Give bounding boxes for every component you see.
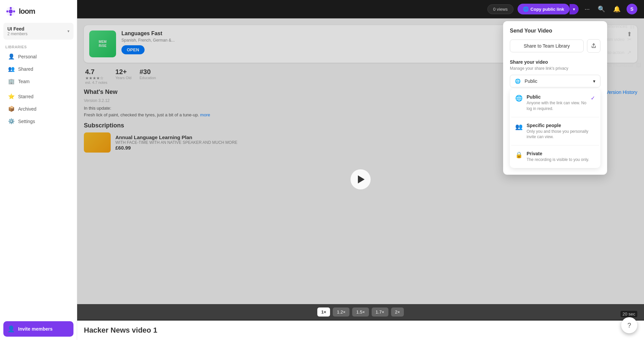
privacy-option-specific[interactable]: 👥 Specific people Only you and those you… xyxy=(511,119,599,144)
workspace-name: UI Feed xyxy=(7,26,28,32)
svg-point-5 xyxy=(13,10,15,12)
copy-link-label: Copy public link xyxy=(531,7,564,12)
public-globe-icon: 🌐 xyxy=(515,78,521,84)
speed-1x-button[interactable]: 1× xyxy=(317,307,330,317)
invite-members-button[interactable]: 👤 Invite members xyxy=(3,321,73,337)
share-your-video-label: Share your video xyxy=(510,59,600,65)
speed-2x-button[interactable]: 2× xyxy=(391,307,404,317)
sidebar-item-label: Shared xyxy=(18,66,33,72)
team-icon: 🏢 xyxy=(8,78,15,84)
sidebar-item-personal[interactable]: 👤 Personal xyxy=(3,51,74,62)
version-history-link[interactable]: Version History xyxy=(606,90,637,95)
privacy-option-private[interactable]: 🔒 Private The recording is visible to yo… xyxy=(511,147,599,167)
rating-value: 4.7 xyxy=(85,68,107,76)
trim-video-label: Trim video xyxy=(604,37,625,42)
copy-link-dropdown-button[interactable]: ▾ xyxy=(570,4,579,14)
invite-icon: 👤 xyxy=(7,325,15,333)
sidebar-item-archived[interactable]: 📦 Archived xyxy=(3,103,74,115)
thumbnail-icon: 🖼 xyxy=(636,62,641,68)
app-open-button[interactable]: OPEN xyxy=(121,45,145,54)
cta-label: ll-to-action xyxy=(604,50,625,55)
invite-label: Invite members xyxy=(18,326,53,332)
speed-1-7x-button[interactable]: 1.7× xyxy=(372,307,388,317)
specific-option-title: Specific people xyxy=(527,123,595,128)
share-external-icon xyxy=(591,43,596,49)
share-to-team-library-button[interactable]: Share to Team Library xyxy=(510,40,584,52)
send-panel-title: Send Your Video xyxy=(510,28,600,34)
video-title: Hacker News video 1 xyxy=(84,326,637,335)
user-avatar[interactable]: S xyxy=(627,4,637,14)
main-content: 0 views 🌐 Copy public link ▾ ··· 🔍 🔔 S M… xyxy=(77,0,644,340)
speed-controls: 1× 1.2× 1.5× 1.7× 2× xyxy=(77,304,644,320)
privacy-selected-label: Public xyxy=(525,78,537,84)
scissors-icon: ✂ xyxy=(627,36,632,43)
more-link[interactable]: more xyxy=(200,112,210,117)
logo-text: loom xyxy=(19,7,35,16)
send-video-panel: Send Your Video Share to Team Library Sh… xyxy=(503,21,607,175)
workspace-switcher[interactable]: UI Feed 2 members ▾ xyxy=(3,23,73,40)
sidebar-item-label: Personal xyxy=(18,54,37,59)
content-area: MEMRiSE Languages Fast Spanish, French, … xyxy=(77,18,644,340)
privacy-option-public[interactable]: 🌐 Public Anyone with the link can view. … xyxy=(511,90,599,116)
speed-1-5x-button[interactable]: 1.5× xyxy=(352,307,369,317)
sidebar-item-team[interactable]: 🏢 Team xyxy=(3,75,74,87)
preferences-action[interactable]: preferences ⚏ xyxy=(602,21,644,32)
video-player: MEMRiSE Languages Fast Spanish, French, … xyxy=(77,18,644,340)
svg-point-3 xyxy=(10,14,12,16)
share-link-icon-button[interactable] xyxy=(587,39,600,53)
specific-option-desc: Only you and those you personally invite… xyxy=(527,129,595,140)
more-options-button[interactable]: ··· xyxy=(583,4,592,15)
cta-icon: ↗ xyxy=(627,49,631,56)
private-option-title: Private xyxy=(527,151,595,156)
privacy-dropdown: 🌐 Public Anyone with the link can view. … xyxy=(510,89,600,168)
play-icon xyxy=(358,175,365,183)
divider xyxy=(511,117,599,117)
logo: loom xyxy=(0,0,77,23)
sidebar-item-shared[interactable]: 👥 Shared xyxy=(3,63,74,75)
public-option-title: Public xyxy=(527,94,587,100)
sidebar-item-starred[interactable]: ⭐ Starred xyxy=(3,91,74,102)
personal-icon: 👤 xyxy=(8,53,15,60)
whats-new-title: What's New xyxy=(84,89,117,96)
help-button[interactable]: ? xyxy=(621,317,637,333)
public-option-desc: Anyone with the link can view. No log in… xyxy=(527,100,587,112)
notifications-button[interactable]: 🔔 xyxy=(611,3,623,15)
preferences-label: preferences xyxy=(604,24,628,29)
libraries-label: Libraries xyxy=(0,42,77,50)
public-check-icon: ✓ xyxy=(591,95,595,101)
people-icon: 👥 xyxy=(515,123,523,130)
age-value: 12+ xyxy=(115,68,131,76)
private-option-desc: The recording is visible to you only. xyxy=(527,157,595,163)
subscription-thumbnail xyxy=(84,132,111,153)
app-thumbnail: MEMRiSE xyxy=(89,31,116,57)
trim-video-action[interactable]: Trim video ✂ xyxy=(602,34,644,45)
edit-thumbnail-label: Edit Thumbnail xyxy=(604,63,633,68)
cta-action[interactable]: ll-to-action ↗ xyxy=(602,47,644,58)
edit-thumbnail-action[interactable]: Edit Thumbnail 🖼 xyxy=(602,60,644,70)
action-sidebar: preferences ⚏ Trim video ✂ ll-to-action … xyxy=(602,21,644,70)
star-icon: ⭐ xyxy=(8,93,15,100)
play-button[interactable] xyxy=(351,169,371,189)
share-team-row: Share to Team Library xyxy=(510,39,600,53)
loom-logo-icon xyxy=(5,6,16,17)
sidebar-item-label: Starred xyxy=(18,94,34,99)
search-button[interactable]: 🔍 xyxy=(596,3,607,15)
sidebar: loom UI Feed 2 members ▾ Libraries 👤 Per… xyxy=(0,0,77,340)
preferences-icon: ⚏ xyxy=(630,23,635,30)
views-badge: 0 views xyxy=(487,4,513,14)
workspace-members: 2 members xyxy=(7,32,28,36)
topbar: 0 views 🌐 Copy public link ▾ ··· 🔍 🔔 S xyxy=(77,0,644,18)
manage-link-label: Manage your share link's privacy xyxy=(510,66,600,71)
copy-public-link-button[interactable]: 🌐 Copy public link xyxy=(518,4,570,14)
divider2 xyxy=(511,145,599,146)
svg-point-2 xyxy=(10,7,12,9)
svg-point-4 xyxy=(6,10,8,12)
privacy-select-button[interactable]: 🌐 Public ▾ xyxy=(510,75,600,88)
archive-icon: 📦 xyxy=(8,106,15,112)
shared-icon: 👥 xyxy=(8,66,15,72)
sidebar-item-label: Settings xyxy=(18,119,35,124)
sidebar-item-settings[interactable]: ⚙️ Settings xyxy=(3,115,74,127)
privacy-chevron-icon: ▾ xyxy=(593,78,595,84)
speed-1-2x-button[interactable]: 1.2× xyxy=(333,307,350,317)
video-timer: 20 sec xyxy=(621,311,637,317)
